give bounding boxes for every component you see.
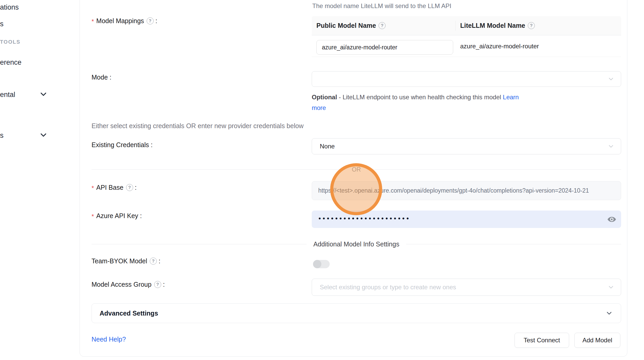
mode-help-text: Optional - LiteLLM endpoint to use when … — [312, 92, 519, 113]
divider-line — [92, 244, 307, 244]
existing-credentials-select[interactable]: None — [312, 138, 621, 154]
litellm-model-name-header: LiteLLM Model Name ? — [456, 22, 535, 29]
column-separator — [456, 21, 456, 31]
help-question-icon[interactable]: ? — [126, 184, 133, 191]
add-model-button[interactable]: Add Model — [574, 333, 620, 348]
public-model-name-input[interactable] — [316, 40, 453, 55]
additional-settings-divider: Additional Model Info Settings — [92, 240, 621, 248]
chevron-down-icon — [40, 92, 47, 97]
sidebar-item-models[interactable]: s — [0, 20, 4, 28]
api-base-label-row: * API Base ? : — [92, 184, 137, 191]
divider-line — [406, 244, 621, 244]
public-model-name-header-label: Public Model Name — [316, 22, 376, 29]
learn-more-link[interactable]: more — [312, 104, 326, 111]
model-access-group-label: Model Access Group — [92, 281, 152, 288]
required-asterisk: * — [92, 185, 94, 192]
model-mapping-row: azure_ai/azure-model-router — [312, 35, 621, 57]
azure-api-key-input[interactable]: •••••••••••••••••••••• — [312, 211, 621, 228]
divider-line — [92, 169, 345, 170]
help-question-icon[interactable]: ? — [379, 22, 386, 29]
mode-help-bold: Optional — [312, 94, 337, 101]
sidebar-item-label: ental — [0, 91, 15, 99]
model-name-help-text: The model name LiteLLM will send to the … — [312, 2, 451, 10]
model-mappings-label: Model Mappings — [96, 17, 144, 25]
existing-credentials-value: None — [320, 143, 335, 150]
model-mappings-table-header: Public Model Name ? LiteLLM Model Name ? — [312, 16, 621, 35]
model-access-group-placeholder: Select existing groups or type to create… — [320, 284, 456, 291]
help-question-icon[interactable]: ? — [147, 17, 154, 24]
label-colon: : — [151, 141, 153, 149]
label-colon: : — [110, 74, 112, 81]
credentials-note: Either select existing credentials OR en… — [92, 122, 304, 130]
label-colon: : — [159, 257, 160, 265]
or-divider: OR — [92, 166, 621, 173]
sidebar-item-label: s — [0, 20, 4, 28]
chevron-down-icon — [607, 284, 615, 291]
divider-line — [368, 169, 621, 170]
mode-label-row: Mode : — [92, 74, 112, 81]
toggle-knob — [313, 260, 321, 268]
azure-api-key-label: Azure API Key — [96, 212, 138, 220]
eye-icon[interactable] — [607, 215, 616, 223]
masked-password-value: •••••••••••••••••••••• — [318, 214, 411, 222]
label-colon: : — [155, 17, 157, 25]
need-help-link[interactable]: Need Help? — [92, 336, 126, 343]
help-question-icon[interactable]: ? — [150, 258, 157, 265]
label-colon: : — [135, 184, 137, 191]
litellm-model-name-value: azure_ai/azure-model-router — [460, 35, 539, 57]
public-model-name-header: Public Model Name ? — [312, 22, 456, 29]
chevron-down-icon — [40, 133, 47, 138]
sidebar: ations s TOOLS erence ental s — [0, 0, 80, 360]
learn-more-link[interactable]: Learn — [503, 94, 519, 101]
sidebar-item-label: s — [0, 132, 4, 140]
additional-settings-divider-text: Additional Model Info Settings — [307, 240, 406, 248]
model-access-group-label-row: Model Access Group ? : — [92, 281, 165, 288]
required-asterisk: * — [92, 18, 94, 25]
sidebar-item-label: erence — [0, 58, 22, 67]
existing-credentials-label-row: Existing Credentials : — [92, 141, 153, 149]
mode-help-line2: more — [312, 102, 519, 113]
label-colon: : — [163, 281, 165, 288]
azure-api-key-label-row: * Azure API Key : — [92, 212, 142, 220]
model-mappings-table: Public Model Name ? LiteLLM Model Name ?… — [312, 16, 621, 57]
mode-help-line1: Optional - LiteLLM endpoint to use when … — [312, 92, 519, 102]
team-byok-label-row: Team-BYOK Model ? : — [92, 257, 160, 265]
sidebar-item-integrations[interactable]: ations — [0, 3, 19, 11]
api-base-label: API Base — [96, 184, 123, 191]
test-connect-button[interactable]: Test Connect — [515, 333, 569, 348]
existing-credentials-label: Existing Credentials — [92, 141, 149, 149]
advanced-settings-title: Advanced Settings — [100, 310, 158, 317]
mode-label: Mode — [92, 74, 108, 81]
sidebar-item-inference[interactable]: erence — [0, 58, 22, 67]
label-colon: : — [140, 212, 142, 220]
model-mappings-label-row: * Model Mappings ? : — [92, 17, 157, 25]
mode-select[interactable] — [312, 71, 621, 87]
help-question-icon[interactable]: ? — [154, 281, 161, 288]
add-model-form-card: The model name LiteLLM will send to the … — [80, 0, 627, 357]
sidebar-section-tools: TOOLS — [0, 39, 21, 45]
chevron-down-icon — [605, 309, 613, 317]
help-question-icon[interactable]: ? — [528, 22, 535, 29]
advanced-settings-panel[interactable]: Advanced Settings — [92, 303, 621, 323]
sidebar-item-settings[interactable]: s — [0, 132, 4, 140]
api-base-input[interactable]: https://<test>.openai.azure.com/openai/d… — [312, 181, 621, 200]
mode-help-rest: - LiteLLM endpoint to use when health ch… — [337, 94, 503, 101]
litellm-model-name-header-label: LiteLLM Model Name — [460, 22, 525, 29]
chevron-down-icon — [607, 143, 615, 150]
team-byok-label: Team-BYOK Model — [92, 257, 147, 265]
sidebar-item-experimental[interactable]: ental — [0, 91, 15, 99]
chevron-down-icon — [607, 75, 615, 83]
add-model-screen: ations s TOOLS erence ental s The model … — [0, 0, 644, 360]
or-divider-text: OR — [345, 166, 368, 173]
required-asterisk: * — [92, 213, 94, 220]
model-access-group-select[interactable]: Select existing groups or type to create… — [312, 279, 621, 296]
team-byok-toggle[interactable] — [313, 260, 330, 268]
sidebar-item-label: ations — [0, 3, 19, 11]
